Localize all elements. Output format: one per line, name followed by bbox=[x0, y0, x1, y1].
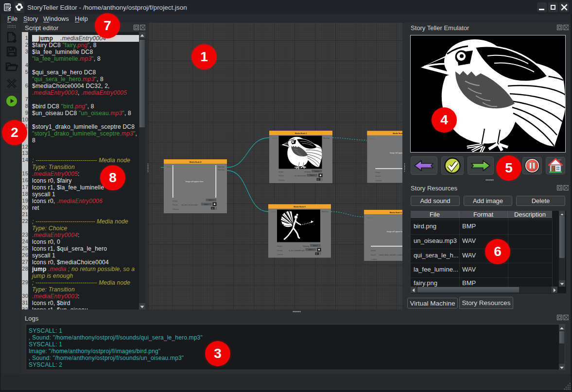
svg-text:Port In: Port In bbox=[367, 217, 372, 219]
svg-text:Outputs: Outputs bbox=[173, 208, 179, 210]
svg-text:Port Out: Port Out bbox=[218, 166, 224, 168]
svg-text:Sound: Sound bbox=[371, 254, 376, 256]
svg-text:Media Node 4: Media Node 4 bbox=[190, 161, 202, 163]
svg-text:Port In: Port In bbox=[272, 137, 277, 139]
svg-text:fairy.png: fairy.png bbox=[303, 245, 309, 247]
svg-text:bird.png: bird.png bbox=[305, 171, 311, 173]
svg-text:Sound: Sound bbox=[375, 175, 380, 177]
svg-text:1: 1 bbox=[318, 179, 319, 181]
svg-text:Port Out: Port Out bbox=[322, 211, 328, 213]
svg-text:Port In: Port In bbox=[271, 211, 276, 213]
svg-text:Select: Select bbox=[208, 199, 213, 201]
svg-text:Sound: Sound bbox=[277, 250, 282, 252]
svg-text:Image: Image bbox=[371, 250, 376, 252]
svg-text:Sound: Sound bbox=[278, 175, 283, 177]
svg-text:Image: Image bbox=[173, 200, 177, 202]
svg-text:la_fee_luminelle.mp3: la_fee_luminelle.mp3 bbox=[289, 250, 304, 252]
svg-text:story1_drako_luminelle_sceptre: story1_drako_luminelle_sceptre.m bbox=[379, 254, 402, 256]
svg-text:Image will appear here: Image will appear here bbox=[390, 152, 402, 154]
svg-text:qui_sera_le_hero.mp3: qui_sera_le_hero.mp3 bbox=[181, 204, 198, 206]
svg-text:2: 2 bbox=[212, 208, 213, 210]
svg-text:Outputs: Outputs bbox=[277, 254, 283, 256]
svg-text:Port In: Port In bbox=[167, 166, 172, 168]
svg-text:Select: Select bbox=[314, 170, 319, 172]
svg-text:Outputs: Outputs bbox=[278, 179, 285, 181]
svg-text:un_oiseau.mp3: un_oiseau.mp3 bbox=[295, 175, 306, 177]
svg-text:Image: Image bbox=[278, 171, 283, 173]
svg-text:Image will appear here: Image will appear here bbox=[186, 181, 203, 183]
svg-text:Select: Select bbox=[204, 204, 208, 205]
svg-text:Image: Image bbox=[277, 245, 282, 247]
svg-text:Outputs: Outputs bbox=[371, 258, 377, 260]
svg-text:Select: Select bbox=[310, 174, 314, 176]
svg-text:Outputs: Outputs bbox=[375, 180, 381, 182]
svg-text:Media Node 6: Media Node 6 bbox=[390, 212, 401, 214]
svg-text:Media Node 5: Media Node 5 bbox=[294, 206, 305, 208]
svg-text:Image: Image bbox=[375, 171, 380, 173]
svg-text:Image will appear here: Image will appear here bbox=[387, 231, 402, 233]
svg-text:Sound: Sound bbox=[173, 204, 177, 206]
svg-text:1: 1 bbox=[316, 253, 317, 255]
svg-text:Port Out: Port Out bbox=[218, 169, 224, 171]
svg-text:Media Node 1: Media Node 1 bbox=[393, 133, 402, 135]
svg-text:Select: Select bbox=[308, 249, 312, 251]
svg-text:Port In: Port In bbox=[370, 138, 375, 140]
svg-text:Port Out: Port Out bbox=[323, 137, 329, 139]
svg-text:Select: Select bbox=[313, 245, 317, 247]
svg-text:Media Node 3: Media Node 3 bbox=[295, 133, 307, 135]
